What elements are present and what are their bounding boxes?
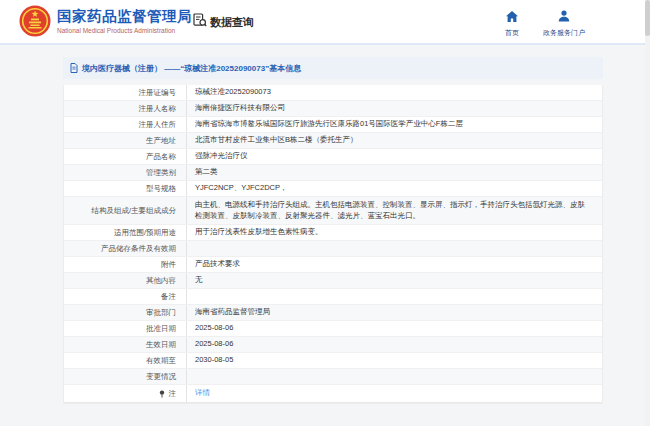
row-value-text: 由主机、电源线和手持治疗头组成。主机包括电源装置、控制装置、显示屏、指示灯，手持… bbox=[195, 200, 590, 222]
nav-gov-portal-label: 政务服务门户 bbox=[543, 28, 585, 38]
table-row: 注册证编号琼械注准20252090073 bbox=[64, 85, 602, 101]
row-value-text: 无 bbox=[195, 275, 203, 286]
row-label-text: 结构及组成/主要组成成分 bbox=[91, 206, 176, 216]
row-value: 无 bbox=[187, 273, 602, 288]
page-title: 境内医疗器械（注册） ——“琼械注准20252090073”基本信息 bbox=[82, 63, 301, 74]
row-label-text: 型号规格 bbox=[146, 184, 176, 194]
row-value-text: 海南倍捷医疗科技有限公司 bbox=[195, 103, 285, 114]
row-value: 详情 bbox=[187, 385, 602, 402]
row-label-text: 注册人住所 bbox=[139, 120, 177, 130]
row-label: 注册人住所 bbox=[64, 117, 187, 132]
table-row: 型号规格YJFC2NCP、YJFC2DCP， bbox=[64, 181, 602, 197]
row-value bbox=[187, 241, 602, 256]
row-label: 有效期至 bbox=[64, 353, 187, 368]
row-value: 琼械注准20252090073 bbox=[187, 85, 602, 100]
nav-home[interactable]: 首页 bbox=[498, 8, 526, 38]
row-value: 用于治疗浅表性皮肤增生色素性病变。 bbox=[187, 225, 602, 240]
row-value: 2030-08-05 bbox=[187, 353, 602, 368]
row-label-text: 有效期至 bbox=[146, 356, 176, 366]
row-label: 备注 bbox=[64, 289, 187, 304]
china-national-emblem-icon bbox=[19, 5, 51, 37]
row-label-text: 变更情况 bbox=[146, 372, 176, 382]
row-value: 海南倍捷医疗科技有限公司 bbox=[187, 101, 602, 116]
row-label-text: 其他内容 bbox=[146, 276, 176, 286]
row-label: 注册证编号 bbox=[64, 85, 187, 100]
row-value-text: 强脉冲光治疗仪 bbox=[195, 151, 248, 162]
row-label-text: 注 bbox=[169, 389, 177, 399]
page: 国家药品监督管理局 National Medical Products Admi… bbox=[0, 0, 650, 426]
site-subtitle: National Medical Products Administration bbox=[57, 27, 175, 34]
row-value-text: 琼械注准20252090073 bbox=[195, 87, 271, 98]
row-label-text: 产品名称 bbox=[146, 152, 176, 162]
row-value: 2025-08-06 bbox=[187, 321, 602, 336]
row-label: 附件 bbox=[64, 257, 187, 272]
home-icon bbox=[506, 8, 518, 26]
data-query-nav[interactable]: 数据查询 bbox=[193, 13, 254, 31]
row-label: 其他内容 bbox=[64, 273, 187, 288]
row-label-text: 管理类别 bbox=[146, 168, 176, 178]
table-row: 变更情况 bbox=[64, 369, 602, 385]
site-title: 国家药品监督管理局 bbox=[57, 7, 192, 26]
row-value: 第二类 bbox=[187, 165, 602, 180]
doc-search-icon bbox=[193, 13, 207, 31]
row-label-text: 批准日期 bbox=[146, 324, 176, 334]
site-header: 国家药品监督管理局 National Medical Products Admi… bbox=[0, 0, 650, 45]
row-label-text: 生产地址 bbox=[146, 136, 176, 146]
row-value: 北流市甘村皮件工业集中区B栋二楼（委托生产） bbox=[187, 133, 602, 148]
document-icon bbox=[70, 59, 78, 77]
registration-info-table: 注册证编号琼械注准20252090073注册人名称海南倍捷医疗科技有限公司注册人… bbox=[63, 85, 603, 404]
row-value-text: 产品技术要求 bbox=[195, 259, 240, 270]
row-value bbox=[187, 289, 602, 304]
row-value: 由主机、电源线和手持治疗头组成。主机包括电源装置、控制装置、显示屏、指示灯，手持… bbox=[187, 197, 602, 224]
row-label: 生效日期 bbox=[64, 337, 187, 352]
row-value: 强脉冲光治疗仪 bbox=[187, 149, 602, 164]
detail-link[interactable]: 详情 bbox=[195, 388, 210, 399]
row-label-text: 注册人名称 bbox=[139, 104, 177, 114]
row-label: 注 bbox=[64, 385, 187, 402]
row-label: 管理类别 bbox=[64, 165, 187, 180]
table-row: 注详情 bbox=[64, 385, 602, 403]
pin-icon bbox=[159, 390, 165, 398]
row-label: 产品储存条件及有效期 bbox=[64, 241, 187, 256]
row-label-text: 备注 bbox=[161, 292, 176, 302]
row-label: 产品名称 bbox=[64, 149, 187, 164]
breadcrumb: 境内医疗器械（注册） ——“琼械注准20252090073”基本信息 bbox=[63, 57, 603, 79]
row-label: 注册人名称 bbox=[64, 101, 187, 116]
nav-home-label: 首页 bbox=[505, 28, 519, 38]
table-row: 产品储存条件及有效期 bbox=[64, 241, 602, 257]
row-label-text: 注册证编号 bbox=[139, 88, 177, 98]
row-label-text: 产品储存条件及有效期 bbox=[101, 244, 176, 254]
table-row: 结构及组成/主要组成成分由主机、电源线和手持治疗头组成。主机包括电源装置、控制装… bbox=[64, 197, 602, 225]
row-value: YJFC2NCP、YJFC2DCP， bbox=[187, 181, 602, 196]
table-row: 审批部门海南省药品监督管理局 bbox=[64, 305, 602, 321]
nav-gov-portal[interactable]: 政务服务门户 bbox=[540, 8, 588, 38]
row-value: 产品技术要求 bbox=[187, 257, 602, 272]
row-value-text: 海南省琼海市博鳌乐城国际医疗旅游先行区康乐路01号国际医学产业中心F栋二层 bbox=[195, 119, 463, 130]
row-value-text: 2030-08-05 bbox=[195, 355, 233, 366]
table-row: 注册人住所海南省琼海市博鳌乐城国际医疗旅游先行区康乐路01号国际医学产业中心F栋… bbox=[64, 117, 602, 133]
table-row: 其他内容无 bbox=[64, 273, 602, 289]
row-value: 海南省药品监督管理局 bbox=[187, 305, 602, 320]
row-label: 型号规格 bbox=[64, 181, 187, 196]
table-row: 附件产品技术要求 bbox=[64, 257, 602, 273]
table-row: 备注 bbox=[64, 289, 602, 305]
row-value-text: 北流市甘村皮件工业集中区B栋二楼（委托生产） bbox=[195, 135, 358, 146]
row-value-text: 2025-08-06 bbox=[195, 339, 233, 350]
row-value: 2025-08-06 bbox=[187, 337, 602, 352]
table-row: 产品名称强脉冲光治疗仪 bbox=[64, 149, 602, 165]
row-label: 批准日期 bbox=[64, 321, 187, 336]
row-label: 结构及组成/主要组成成分 bbox=[64, 197, 187, 224]
scrollbar-track[interactable] bbox=[645, 0, 650, 426]
user-icon bbox=[558, 8, 570, 26]
row-label-text: 生效日期 bbox=[146, 340, 176, 350]
row-value bbox=[187, 369, 602, 384]
row-value-text: 用于治疗浅表性皮肤增生色素性病变。 bbox=[195, 227, 323, 238]
data-query-label: 数据查询 bbox=[210, 15, 254, 30]
table-row: 批准日期2025-08-06 bbox=[64, 321, 602, 337]
row-label-text: 适用范围/预期用途 bbox=[114, 228, 176, 238]
scrollbar-thumb[interactable] bbox=[645, 0, 650, 36]
table-row: 生产地址北流市甘村皮件工业集中区B栋二楼（委托生产） bbox=[64, 133, 602, 149]
table-row: 适用范围/预期用途用于治疗浅表性皮肤增生色素性病变。 bbox=[64, 225, 602, 241]
table-row: 有效期至2030-08-05 bbox=[64, 353, 602, 369]
row-label: 生产地址 bbox=[64, 133, 187, 148]
